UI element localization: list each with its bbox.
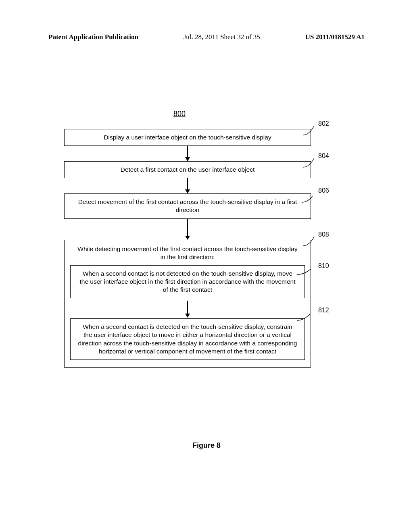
flow-step-text: Detect a first contact on the user inter… [121,166,255,173]
diagram-number: 800 [173,110,186,118]
header-right: US 2011/0181529 A1 [305,33,365,41]
patent-page: Patent Application Publication Jul. 28, … [0,0,413,532]
ref-lead-icon [296,312,321,326]
flow-step-812: When a second contact is detected on the… [70,318,305,360]
flow-arrow [54,146,321,161]
ref-label-808: 808 [318,231,334,238]
header-left: Patent Application Publication [48,33,138,41]
ref-label-806: 806 [318,187,334,194]
flow-step-text: Display a user interface object on the t… [104,134,271,141]
flow-step-802: Display a user interface object on the t… [64,129,311,146]
ref-label-812: 812 [318,307,334,314]
flow-step-text: When a second contact is detected on the… [78,323,297,354]
flow-step-806: Detect movement of the first contact acr… [64,193,311,218]
ref-label-810: 810 [318,262,334,270]
flow-step-810: When a second contact is not detected on… [70,265,305,298]
ref-lead-icon [296,267,321,282]
flowchart: Display a user interface object on the t… [54,129,321,368]
ref-lead-icon [301,194,321,209]
flow-arrow [54,178,321,193]
page-header: Patent Application Publication Jul. 28, … [48,33,365,41]
flow-step-804: Detect a first contact on the user inter… [64,161,311,178]
ref-label-804: 804 [318,152,334,160]
ref-label-802: 802 [318,120,334,127]
header-mid: Jul. 28, 2011 Sheet 32 of 35 [184,33,260,41]
flow-arrow [70,301,305,318]
flow-step-808-text: While detecting movement of the first co… [70,245,305,263]
flow-arrow [54,219,321,240]
figure-caption: Figure 8 [0,441,413,450]
flow-step-text: Detect movement of the first contact acr… [78,198,297,213]
flow-step-text: When a second contact is not detected on… [79,270,295,293]
flow-step-808-container: While detecting movement of the first co… [64,240,311,368]
